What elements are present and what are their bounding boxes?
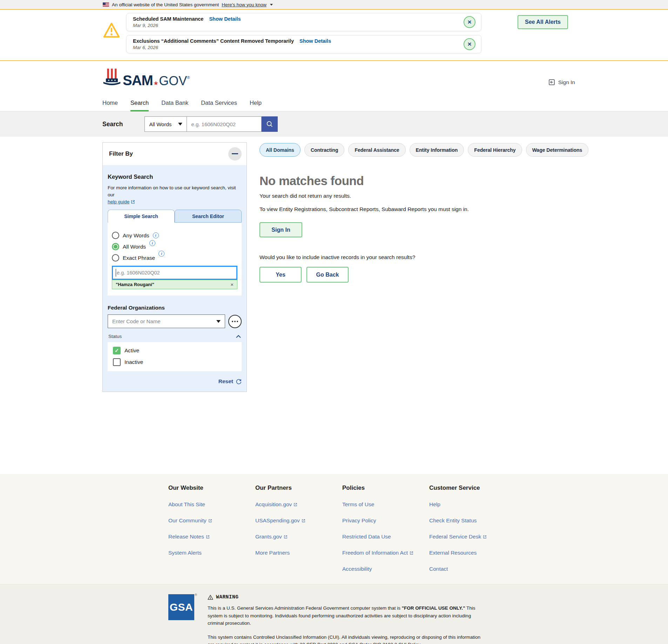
external-link-icon [410,551,413,555]
go-back-button[interactable]: Go Back [306,267,349,283]
footer-link-more-partners[interactable]: More Partners [255,550,342,556]
nav-item-data-bank[interactable]: Data Bank [161,95,188,111]
footer-link-label: Grants.gov [255,534,282,540]
us-flag-icon [103,2,109,7]
external-link-icon [483,535,487,539]
footer-link-system-alerts[interactable]: System Alerts [168,550,255,556]
banner-how-you-know-link[interactable]: Here's how you know [222,2,266,7]
footer-link-label: Check Entity Status [429,517,477,524]
keyword-chip-label: "Hamza Rougani" [116,282,154,287]
chip-remove-icon[interactable]: × [230,282,234,287]
reset-icon [236,379,242,385]
keyword-chip: "Hamza Rougani" × [112,280,237,289]
external-link-icon [206,535,210,539]
alert-card: Scheduled SAM Maintenance Show Details M… [126,13,481,31]
main-content: Filter By Keyword Search For more inform… [0,137,668,474]
filter-panel-title: Filter By [109,150,133,157]
footer-link-check-entity-status[interactable]: Check Entity Status [429,517,516,524]
info-icon[interactable]: i [153,232,159,238]
footer-link-restricted-data-use[interactable]: Restricted Data Use [342,534,429,540]
radio-any-words-label: Any Words [123,232,149,239]
pill-wage-determinations[interactable]: Wage Determinations [526,143,589,157]
pill-contracting[interactable]: Contracting [304,143,345,157]
federal-orgs-more-button[interactable] [228,315,242,328]
footer-link-about-this-site[interactable]: About This Site [168,501,255,508]
pill-all-domains[interactable]: All Domains [259,143,301,157]
alert-show-details-link[interactable]: Show Details [209,16,241,22]
keyword-search-heading: Keyword Search [108,174,242,180]
footer-link-accessibility[interactable]: Accessibility [342,566,429,572]
footer-link-contact[interactable]: Contact [429,566,516,572]
checkbox-active[interactable]: ✓ [113,347,121,354]
keyword-search-input[interactable]: e.g. 1606N020Q02 [112,266,237,280]
external-link-icon [293,503,297,507]
footer-link-label: Acquisition.gov [255,501,292,508]
filter-panel: Filter By Keyword Search For more inform… [102,142,247,392]
sign-in-icon [548,79,555,86]
radio-exact-phrase[interactable] [112,254,119,262]
sam-gov-logo[interactable]: SAM★GOV® [102,68,190,87]
simple-search-tab-panel: Any Words i All Words i Exact Phrase i e… [108,223,242,296]
info-icon[interactable]: i [149,240,155,246]
alert-date: Mar 6, 2026 [133,45,460,50]
alert-show-details-link[interactable]: Show Details [299,38,331,44]
chevron-up-icon[interactable] [236,335,241,338]
see-all-alerts-button[interactable]: See All Alerts [518,15,568,29]
pill-federal-assistance[interactable]: Federal Assistance [348,143,405,157]
warning-p1-bold: "FOR OFFICIAL USE ONLY." [402,605,465,611]
yes-button[interactable]: Yes [259,267,302,283]
footer-link-our-community[interactable]: Our Community [168,517,255,524]
alert-date: Mar 9, 2026 [133,23,460,28]
radio-any-words[interactable] [112,232,119,239]
external-link-icon [131,200,135,204]
logo-star-icon: ★ [153,80,158,86]
footer-link-terms-of-use[interactable]: Terms of Use [342,501,429,508]
alert-close-button[interactable]: × [464,16,475,28]
search-submit-button[interactable] [262,116,278,132]
checkbox-active-label: Active [124,347,139,354]
footer-link-acquisition-gov[interactable]: Acquisition.gov [255,501,342,508]
nav-item-search[interactable]: Search [130,95,149,111]
footer-link-privacy-policy[interactable]: Privacy Policy [342,517,429,524]
tab-search-editor[interactable]: Search Editor [175,210,242,223]
logo-gov-text: GOV [159,75,187,87]
header-search-input[interactable] [187,116,262,132]
footer-link-federal-service-desk[interactable]: Federal Service Desk [429,534,516,540]
footer-link-release-notes[interactable]: Release Notes [168,534,255,540]
checkbox-inactive[interactable] [113,358,121,366]
search-row-label: Search [102,121,123,128]
usa-gov-banner: An official website of the United States… [0,0,668,9]
logo-sam-text: SAM [123,73,153,87]
radio-all-words[interactable] [112,243,119,250]
sign-in-notice: To view Entity Registrations, Subcontrac… [259,205,487,213]
header-sign-in-link[interactable]: Sign In [548,79,575,86]
pill-federal-hierarchy[interactable]: Federal Hierarchy [468,143,522,157]
filter-collapse-button[interactable] [228,147,242,161]
gsa-logo: GSA [168,594,194,620]
tab-simple-search[interactable]: Simple Search [108,210,175,223]
footer-link-foia[interactable]: Freedom of Information Act [342,550,429,556]
footer-link-label: Release Notes [168,534,204,540]
alert-close-button[interactable]: × [464,38,475,50]
footer-link-help[interactable]: Help [429,501,516,508]
info-icon[interactable]: i [158,251,164,257]
help-guide-link[interactable]: help guide [108,199,135,204]
footer-link-grants-gov[interactable]: Grants.gov [255,534,342,540]
help-guide-link-label: help guide [108,199,129,204]
domain-pills: All Domains Contracting Federal Assistan… [259,143,568,157]
nav-item-data-services[interactable]: Data Services [201,95,237,111]
footer-link-external-resources[interactable]: External Resources [429,550,516,556]
nav-item-home[interactable]: Home [102,95,118,111]
filter-reset[interactable]: Reset [108,378,242,385]
search-scope-select[interactable]: All Words [144,116,187,132]
nav-item-help[interactable]: Help [250,95,262,111]
main-nav: Home Search Data Bank Data Services Help [0,95,668,111]
footer-link-label: Restricted Data Use [342,534,391,540]
sign-in-button[interactable]: Sign In [259,222,302,237]
federal-orgs-combobox[interactable]: Enter Code or Name [108,314,225,328]
keyword-input-placeholder: e.g. 1606N020Q02 [117,270,160,276]
close-icon: × [467,18,471,26]
external-link-icon [284,535,288,539]
pill-entity-information[interactable]: Entity Information [410,143,464,157]
footer-link-usaspending-gov[interactable]: USASpending.gov [255,517,342,524]
